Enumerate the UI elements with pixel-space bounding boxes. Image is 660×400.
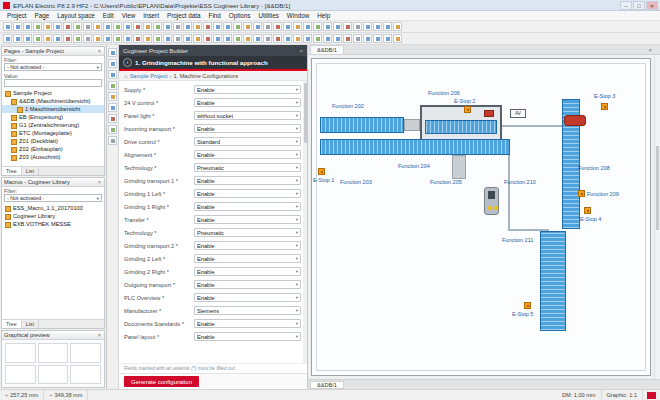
macros-panel-tab[interactable]: Tree: [2, 320, 22, 328]
menu-item[interactable]: Options: [225, 12, 255, 19]
toolbar-icon[interactable]: [108, 48, 117, 57]
config-field-select[interactable]: Pneumatic: [194, 228, 301, 237]
macros-tree-item[interactable]: Cogineer Library: [2, 212, 104, 220]
config-field-select[interactable]: Enable: [194, 176, 301, 185]
toolbar-icon[interactable]: [273, 34, 282, 43]
preview-thumbnail[interactable]: [38, 343, 69, 363]
close-icon[interactable]: ×: [97, 48, 102, 54]
toolbar-icon[interactable]: [363, 34, 372, 43]
toolbar-icon[interactable]: [143, 34, 152, 43]
breadcrumb-root[interactable]: Sample Project: [130, 73, 168, 79]
toolbar-icon[interactable]: [233, 22, 242, 31]
preview-thumbnail[interactable]: [5, 365, 36, 385]
toolbar-icon[interactable]: [123, 34, 132, 43]
macros-tree-item[interactable]: ESS_Macro_1.1_20170100: [2, 204, 104, 212]
toolbar-icon[interactable]: [353, 34, 362, 43]
back-button[interactable]: ‹: [123, 58, 132, 67]
preview-thumbnail[interactable]: [70, 343, 101, 363]
toolbar-icon[interactable]: [23, 22, 32, 31]
vertical-scrollbar[interactable]: [654, 55, 660, 379]
preview-thumbnail[interactable]: [5, 343, 36, 363]
pages-tree-item[interactable]: 1 Maschinenübersicht: [2, 105, 104, 113]
close-icon[interactable]: ×: [648, 47, 652, 53]
toolbar-icon[interactable]: [303, 22, 312, 31]
macros-panel-tab[interactable]: List: [22, 320, 39, 328]
toolbar-icon[interactable]: [253, 34, 262, 43]
toolbar-icon[interactable]: [393, 34, 402, 43]
config-field-select[interactable]: Enable: [194, 241, 301, 250]
toolbar-icon[interactable]: [63, 34, 72, 43]
config-field-select[interactable]: Enable: [194, 124, 301, 133]
config-field-select[interactable]: Pneumatic: [194, 163, 301, 172]
toolbar-icon[interactable]: [63, 22, 72, 31]
toolbar-icon[interactable]: [203, 34, 212, 43]
toolbar-icon[interactable]: [383, 34, 392, 43]
toolbar-icon[interactable]: [173, 34, 182, 43]
home-icon[interactable]: ⌂: [124, 73, 128, 79]
close-icon[interactable]: ×: [97, 332, 102, 338]
toolbar-icon[interactable]: [343, 22, 352, 31]
menu-item[interactable]: Insert: [139, 12, 163, 19]
toolbar-icon[interactable]: [173, 22, 182, 31]
toolbar-icon[interactable]: [243, 34, 252, 43]
config-field-select[interactable]: Enable: [194, 98, 301, 107]
pages-panel-tab[interactable]: Tree: [2, 167, 22, 175]
toolbar-icon[interactable]: [103, 34, 112, 43]
toolbar-icon[interactable]: [163, 22, 172, 31]
scrollbar-thumb[interactable]: [656, 146, 659, 230]
minimize-button[interactable]: –: [620, 1, 632, 10]
toolbar-icon[interactable]: [273, 22, 282, 31]
toolbar-icon[interactable]: [383, 22, 392, 31]
close-icon[interactable]: ×: [97, 179, 102, 185]
pages-tree-item[interactable]: Z01 (Deckblatt): [2, 137, 104, 145]
toolbar-icon[interactable]: [163, 34, 172, 43]
config-field-select[interactable]: Enable: [194, 254, 301, 263]
generate-configuration-button[interactable]: Generate configuration: [124, 376, 199, 387]
config-field-select[interactable]: Enable: [194, 85, 301, 94]
toolbar-icon[interactable]: [193, 22, 202, 31]
toolbar-icon[interactable]: [253, 22, 262, 31]
form-scrollbar[interactable]: [303, 81, 307, 363]
toolbar-icon[interactable]: [233, 34, 242, 43]
toolbar-icon[interactable]: [323, 34, 332, 43]
toolbar-icon[interactable]: [313, 34, 322, 43]
toolbar-icon[interactable]: [103, 22, 112, 31]
toolbar-icon[interactable]: [323, 22, 332, 31]
toolbar-icon[interactable]: [373, 22, 382, 31]
toolbar-icon[interactable]: [263, 22, 272, 31]
menu-item[interactable]: Page: [31, 12, 54, 19]
toolbar-icon[interactable]: [108, 114, 117, 123]
toolbar-icon[interactable]: [313, 22, 322, 31]
toolbar-icon[interactable]: [213, 22, 222, 31]
toolbar-icon[interactable]: [43, 22, 52, 31]
toolbar-icon[interactable]: [153, 22, 162, 31]
pages-tree-item[interactable]: &&DB (Maschinenübersicht): [2, 97, 104, 105]
config-field-select[interactable]: Enable: [194, 319, 301, 328]
config-field-select[interactable]: without socket: [194, 111, 301, 120]
toolbar-icon[interactable]: [83, 34, 92, 43]
toolbar-icon[interactable]: [73, 34, 82, 43]
macros-tree-item[interactable]: EXB.VOTHEK MESSE: [2, 220, 104, 228]
pages-value-input[interactable]: [4, 79, 102, 87]
toolbar-icon[interactable]: [93, 22, 102, 31]
toolbar-icon[interactable]: [283, 34, 292, 43]
toolbar-icon[interactable]: [3, 34, 12, 43]
toolbar-icon[interactable]: [3, 22, 12, 31]
toolbar-icon[interactable]: [108, 125, 117, 134]
toolbar-icon[interactable]: [113, 22, 122, 31]
toolbar-icon[interactable]: [13, 22, 22, 31]
toolbar-icon[interactable]: [33, 22, 42, 31]
menu-item[interactable]: Edit: [99, 12, 118, 19]
preview-thumbnail[interactable]: [70, 365, 101, 385]
config-field-select[interactable]: Enable: [194, 189, 301, 198]
toolbar-icon[interactable]: [213, 34, 222, 43]
toolbar-icon[interactable]: [13, 34, 22, 43]
toolbar-icon[interactable]: [243, 22, 252, 31]
page-tab[interactable]: &&DB/1: [310, 381, 344, 389]
toolbar-icon[interactable]: [143, 22, 152, 31]
menu-item[interactable]: Help: [313, 12, 334, 19]
toolbar-icon[interactable]: [53, 22, 62, 31]
toolbar-icon[interactable]: [263, 34, 272, 43]
preview-thumbnail[interactable]: [38, 365, 69, 385]
menu-item[interactable]: Find: [205, 12, 225, 19]
